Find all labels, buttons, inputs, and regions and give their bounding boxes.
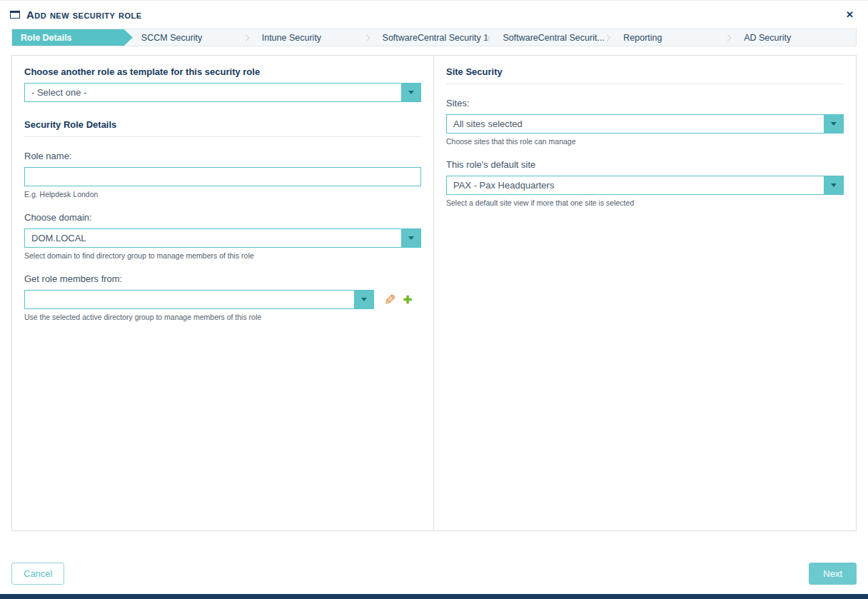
- sites-select-value: All sites selected: [447, 115, 824, 133]
- domain-select[interactable]: DOM.LOCAL: [24, 228, 421, 248]
- role-details-panel: Choose another role as template for this…: [12, 56, 434, 530]
- role-name-input[interactable]: [24, 167, 421, 186]
- cancel-button[interactable]: Cancel: [11, 563, 64, 585]
- role-members-select-value: [25, 291, 354, 308]
- triangle-glyph: [831, 183, 837, 187]
- triangle-glyph: [361, 298, 367, 301]
- tab-label: Reporting: [623, 33, 662, 43]
- default-site-select[interactable]: PAX - Pax Headquarters: [446, 176, 844, 195]
- dialog-footer: Cancel Next: [11, 531, 857, 594]
- wizard-tabstrip: Role Details SCCM Security Intune Securi…: [11, 29, 857, 46]
- chevron-separator-icon: [363, 34, 370, 41]
- domain-select-value: DOM.LOCAL: [25, 229, 401, 247]
- members-label: Get role members from:: [24, 273, 421, 284]
- tab-softwarecentral-security-1[interactable]: SoftwareCentral Security 1: [374, 29, 495, 46]
- edit-pencil-icon[interactable]: ✎: [384, 293, 396, 307]
- bottom-accent-bar: [0, 594, 868, 599]
- site-security-panel: Site Security Sites: All sites selected …: [434, 56, 856, 530]
- chevron-separator-icon: [242, 34, 249, 41]
- role-name-hint: E.g. Helpdesk London: [24, 190, 421, 198]
- triangle-glyph: [408, 91, 414, 94]
- members-hint: Use the selected active directory group …: [24, 313, 421, 321]
- chevron-down-icon[interactable]: [401, 229, 420, 247]
- sites-select[interactable]: All sites selected: [446, 114, 844, 134]
- tab-softwarecentral-security-2[interactable]: SoftwareCentral Securit...: [494, 29, 615, 46]
- domain-hint: Select domain to find directory group to…: [24, 251, 421, 260]
- tab-role-details[interactable]: Role Details: [12, 29, 133, 46]
- members-row: ✎ ✚: [24, 290, 421, 309]
- dialog-header: Add new security role ✕: [0, 1, 868, 27]
- tab-sccm-security[interactable]: SCCM Security: [133, 29, 253, 46]
- chevron-separator-icon: [725, 34, 732, 41]
- sites-label: Sites:: [446, 98, 844, 109]
- content-area: Choose another role as template for this…: [11, 55, 857, 531]
- template-role-select[interactable]: - Select one -: [24, 83, 421, 102]
- triangle-glyph: [408, 236, 414, 240]
- close-icon[interactable]: ✕: [843, 8, 857, 21]
- chevron-down-icon[interactable]: [401, 84, 420, 101]
- chevron-down-icon[interactable]: [824, 176, 843, 194]
- tab-ad-security[interactable]: AD Security: [735, 29, 856, 46]
- default-site-label: This role's default site: [446, 159, 844, 170]
- chevron-down-icon[interactable]: [354, 291, 373, 308]
- tab-intune-security[interactable]: Intune Security: [253, 29, 374, 46]
- tab-reporting[interactable]: Reporting: [615, 29, 735, 46]
- role-members-select[interactable]: [24, 290, 374, 309]
- tab-label: SoftwareCentral Security 1: [383, 33, 489, 43]
- next-button[interactable]: Next: [809, 563, 857, 585]
- site-security-heading: Site Security: [446, 66, 844, 84]
- triangle-glyph: [831, 122, 837, 126]
- tab-label: SoftwareCentral Securit...: [503, 33, 604, 43]
- add-plus-icon[interactable]: ✚: [403, 294, 413, 305]
- default-site-select-value: PAX - Pax Headquarters: [447, 176, 824, 194]
- dialog-title: Add new security role: [26, 9, 142, 21]
- template-heading: Choose another role as template for this…: [24, 66, 421, 77]
- domain-label: Choose domain:: [24, 212, 421, 223]
- tab-label: AD Security: [744, 33, 791, 43]
- details-heading: Security Role Details: [24, 119, 421, 137]
- chevron-down-icon[interactable]: [824, 115, 843, 133]
- tab-label: Intune Security: [262, 33, 321, 43]
- chevron-separator-icon: [604, 34, 611, 41]
- add-security-role-dialog: Add new security role ✕ Role Details SCC…: [0, 0, 868, 599]
- template-role-select-value: - Select one -: [25, 84, 401, 101]
- role-name-label: Role name:: [24, 151, 421, 161]
- sites-hint: Choose sites that this role can manage: [446, 137, 844, 146]
- default-site-hint: Select a default site view if more that …: [446, 198, 844, 207]
- window-icon: [10, 11, 20, 19]
- tab-label: SCCM Security: [141, 33, 202, 43]
- tab-label: Role Details: [21, 33, 72, 43]
